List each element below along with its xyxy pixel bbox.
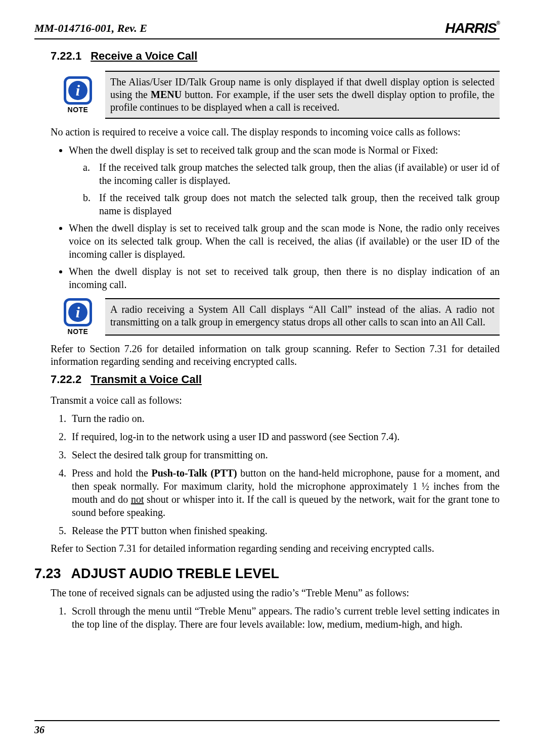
main-content: 7.22.1Receive a Voice Call i NOTE The Al… <box>34 50 500 631</box>
treble-step-1: Scroll through the menu until “Treble Me… <box>69 604 500 631</box>
heading-title: ADJUST AUDIO TREBLE LEVEL <box>71 566 280 581</box>
treble-steps: Scroll through the menu until “Treble Me… <box>51 604 500 631</box>
note-box-2: i NOTE A radio receiving a System All Ca… <box>60 298 500 336</box>
step-4-bold: Push-to-Talk (PTT) <box>152 467 237 479</box>
sublist-a-text: If the received talk group matches the s… <box>99 161 500 187</box>
sublist-item-a: a. If the received talk group matches th… <box>83 161 500 187</box>
heading-number: 7.23 <box>34 566 61 581</box>
bullet-3: When the dwell display is not set to rec… <box>69 265 500 291</box>
step-2: If required, log-in to the network using… <box>69 430 500 443</box>
step-4: Press and hold the Push-to-Talk (PTT) bu… <box>69 466 500 519</box>
marker-b: b. <box>83 191 99 217</box>
sublist: a. If the received talk group matches th… <box>83 161 500 217</box>
heading-7-23: 7.23ADJUST AUDIO TREBLE LEVEL <box>34 566 500 582</box>
transmit-intro: Transmit a voice call as follows: <box>51 394 500 407</box>
info-icon: i <box>64 76 92 105</box>
page-footer: 36 <box>34 720 500 736</box>
transmit-refer: Refer to Section 7.31 for detailed infor… <box>51 542 500 555</box>
bullet-list: When the dwell display is set to receive… <box>51 144 500 291</box>
page-number: 36 <box>34 724 500 736</box>
heading-7-22-1: 7.22.1Receive a Voice Call <box>51 50 500 63</box>
trademark-icon: ® <box>497 20 500 26</box>
heading-title: Receive a Voice Call <box>91 50 197 62</box>
note-text: The Alias/User ID/Talk Group name is onl… <box>105 71 500 119</box>
step-4-pre: Press and hold the <box>72 467 152 479</box>
page-header: MM-014716-001, Rev. E HARRIS® <box>34 20 500 39</box>
info-icon: i <box>64 298 92 326</box>
note-icon-column: i NOTE <box>60 71 96 119</box>
step-5: Release the PTT button when finished spe… <box>69 524 500 537</box>
heading-title: Transmit a Voice Call <box>91 373 202 386</box>
note-text-bold: MENU <box>151 89 182 100</box>
sublist-b-text: If the received talk group does not matc… <box>99 191 500 217</box>
doc-id: MM-014716-001, Rev. E <box>34 22 147 35</box>
note-label: NOTE <box>68 106 88 114</box>
brand-name: HARRIS <box>445 20 496 36</box>
note-label: NOTE <box>68 327 88 336</box>
marker-a: a. <box>83 161 99 187</box>
note-box-1: i NOTE The Alias/User ID/Talk Group name… <box>60 71 500 119</box>
bullet-1-text: When the dwell display is set to receive… <box>69 145 438 156</box>
brand-logo: HARRIS® <box>445 20 500 36</box>
note-text: A radio receiving a System All Call disp… <box>105 298 500 336</box>
heading-number: 7.22.1 <box>51 50 81 62</box>
transmit-steps: Turn the radio on. If required, log-in t… <box>51 412 500 537</box>
info-glyph: i <box>68 81 87 100</box>
refer-paragraph: Refer to Section 7.26 for detailed infor… <box>51 343 500 368</box>
info-glyph: i <box>68 303 87 322</box>
treble-intro: The tone of received signals can be adju… <box>51 587 500 599</box>
heading-7-22-2: 7.22.2Transmit a Voice Call <box>51 373 500 386</box>
bullet-2: When the dwell display is set to receive… <box>69 221 500 261</box>
step-3: Select the desired talk group for transm… <box>69 448 500 461</box>
sublist-item-b: b. If the received talk group does not m… <box>83 191 500 217</box>
step-1: Turn the radio on. <box>69 412 500 425</box>
step-4-under: not <box>131 494 144 505</box>
bullet-1: When the dwell display is set to receive… <box>69 144 500 217</box>
intro-paragraph: No action is required to receive a voice… <box>51 126 500 138</box>
heading-number: 7.22.2 <box>51 373 81 386</box>
note-icon-column: i NOTE <box>60 298 96 336</box>
